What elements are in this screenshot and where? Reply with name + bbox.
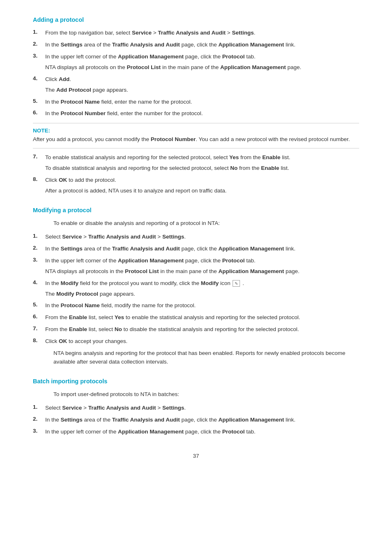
modifying-intro: To enable or disable the analysis and re… — [33, 219, 359, 228]
list-item: In the Protocol Name field, modify the n… — [33, 301, 359, 310]
modifying-a-protocol-title: Modifying a protocol — [33, 207, 359, 213]
note-box: NOTE: After you add a protocol, you cann… — [33, 123, 359, 148]
list-item: In the Settings area of the Traffic Anal… — [33, 41, 359, 49]
adding-protocol-list-continued: To enable statistical analysis and repor… — [33, 153, 359, 195]
list-item: Click Add. The Add Protocol page appears… — [33, 75, 359, 95]
list-item: In the Settings area of the Traffic Anal… — [33, 245, 359, 253]
batch-importing-list: Select Service > Traffic Analysis and Au… — [33, 404, 359, 436]
list-item: In the upper left corner of the Applicat… — [33, 257, 359, 276]
adding-a-protocol-section: Adding a protocol From the top navigatio… — [33, 16, 359, 195]
adding-a-protocol-title: Adding a protocol — [33, 16, 359, 23]
list-item: Select Service > Traffic Analysis and Au… — [33, 233, 359, 241]
batch-intro: To import user-defined protocols to NTA … — [33, 390, 359, 399]
note-text: After you add a protocol, you cannot mod… — [33, 135, 359, 144]
list-item: In the Modify field for the protocol you… — [33, 279, 359, 299]
list-item: From the top navigation bar, select Serv… — [33, 29, 359, 37]
list-item: From the Enable list, select Yes to enab… — [33, 313, 359, 322]
list-item: In the upper left corner of the Applicat… — [33, 53, 359, 72]
list-item: To enable statistical analysis and repor… — [33, 153, 359, 173]
list-item: In the Settings area of the Traffic Anal… — [33, 416, 359, 424]
list-item: In the upper left corner of the Applicat… — [33, 428, 359, 436]
list-item: Select Service > Traffic Analysis and Au… — [33, 404, 359, 412]
modifying-footer: NTA begins analysis and reporting for th… — [33, 349, 359, 366]
list-item: In the Protocol Name field, enter the na… — [33, 98, 359, 107]
batch-importing-protocols-section: Batch importing protocols To import user… — [33, 378, 359, 436]
adding-protocol-list: From the top navigation bar, select Serv… — [33, 29, 359, 118]
modify-icon: ✎ — [233, 280, 240, 287]
list-item: From the Enable list, select No to disab… — [33, 325, 359, 334]
modifying-protocol-list: Select Service > Traffic Analysis and Au… — [33, 233, 359, 346]
modifying-a-protocol-section: Modifying a protocol To enable or disabl… — [33, 207, 359, 366]
batch-importing-protocols-title: Batch importing protocols — [33, 378, 359, 385]
page-number: 37 — [33, 453, 359, 459]
note-label: NOTE: — [33, 127, 359, 134]
list-item: In the Protocol Number field, enter the … — [33, 109, 359, 118]
list-item: Click OK to accept your changes. — [33, 337, 359, 346]
list-item: Click OK to add the protocol. After a pr… — [33, 176, 359, 195]
